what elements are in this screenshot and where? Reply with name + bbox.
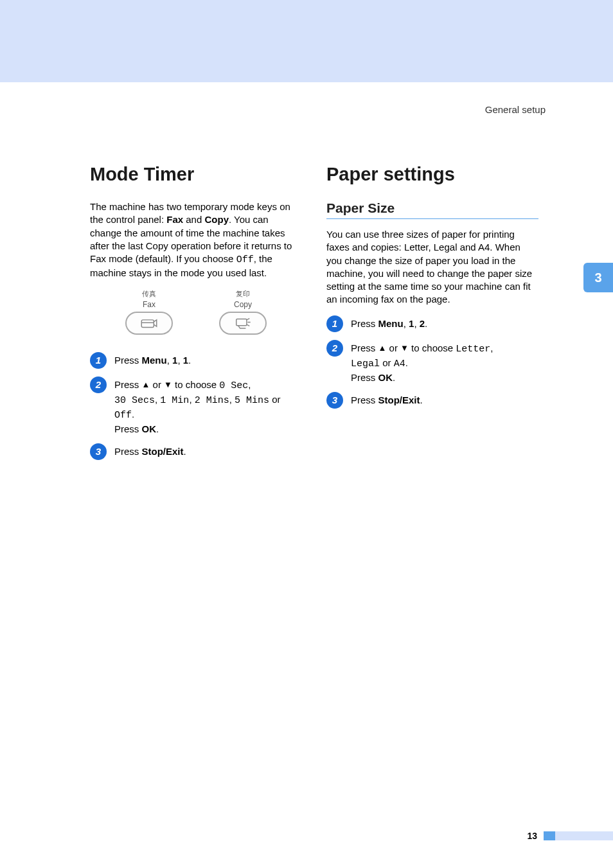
paper-size-intro: You can use three sizes of paper for pri… [326, 228, 538, 306]
mode-timer-steps: 1 Press Menu, 1, 1. 2 Press ▲ or ▼ to ch… [90, 352, 302, 460]
text: and [183, 214, 204, 225]
step-1-body: Press Menu, 1, 1. [114, 352, 302, 367]
top-blue-band [0, 0, 613, 82]
step-3: 3 Press Stop/Exit. [90, 443, 302, 460]
text: , [189, 394, 194, 405]
text: Press [351, 318, 378, 329]
text: to choose [409, 342, 456, 353]
step-1: 1 Press Menu, 1, 2. [326, 315, 538, 332]
text: or [386, 342, 400, 353]
footer-accent-light [555, 831, 613, 840]
step-1-body: Press Menu, 1, 2. [351, 315, 538, 330]
menu-bold: Menu [378, 318, 404, 329]
text: , [404, 318, 409, 329]
fax-button [125, 312, 173, 335]
step-number-1: 1 [326, 315, 343, 332]
footer: 13 [0, 831, 613, 841]
option-0sec: 0 Sec [219, 380, 248, 391]
text: Press [351, 372, 378, 383]
up-arrow-icon: ▲ [378, 342, 387, 354]
fax-key-unit: 传真 Fax [125, 289, 173, 335]
down-arrow-icon: ▼ [164, 379, 172, 391]
text: , [414, 318, 419, 329]
footer-accent-dark [544, 831, 555, 840]
text: Press [114, 423, 142, 434]
text: . [184, 446, 186, 457]
num-bold: 1 [183, 355, 188, 366]
option-letter: Letter [456, 344, 490, 355]
text: . [420, 394, 423, 405]
copy-key-unit: 复印 Copy [219, 289, 267, 335]
svg-rect-1 [236, 319, 247, 325]
copy-label-cn: 复印 [236, 289, 250, 299]
text: . [156, 423, 159, 434]
ok-bold: OK [378, 372, 393, 383]
text: , [248, 379, 251, 390]
step-2: 2 Press ▲ or ▼ to choose 0 Sec, 30 Secs,… [90, 376, 302, 436]
text: to choose [172, 379, 219, 390]
breadcrumb: General setup [0, 82, 613, 115]
step-number-3: 3 [326, 392, 343, 409]
bold-copy: Copy [204, 214, 229, 225]
option-30sec: 30 Secs [114, 395, 155, 406]
text: Press [114, 379, 142, 390]
paper-settings-heading: Paper settings [326, 164, 538, 185]
step-2: 2 Press ▲ or ▼ to choose Letter, Legal o… [326, 340, 538, 384]
keys-illustration: 传真 Fax 复印 Copy [125, 289, 267, 341]
step-2-body: Press ▲ or ▼ to choose Letter, Legal or … [351, 340, 538, 384]
text: . [393, 372, 395, 383]
left-column: Mode Timer The machine has two temporary… [90, 164, 302, 468]
paper-size-steps: 1 Press Menu, 1, 2. 2 Press ▲ or ▼ to ch… [326, 315, 538, 409]
step-1: 1 Press Menu, 1, 1. [90, 352, 302, 369]
text: . [132, 409, 134, 420]
fax-label-en: Fax [143, 300, 155, 309]
mode-timer-heading: Mode Timer [90, 164, 302, 185]
num-bold: 2 [420, 318, 425, 329]
text: . [188, 355, 191, 366]
option-5min: 5 Mins [235, 395, 269, 406]
option-a4: A4 [394, 359, 405, 369]
menu-bold: Menu [142, 355, 167, 366]
down-arrow-icon: ▼ [400, 342, 409, 354]
mono-off: Off [236, 254, 254, 265]
mode-timer-intro: The machine has two temporary mode keys … [90, 200, 302, 280]
chapter-tab: 3 [583, 263, 613, 292]
step-number-2: 2 [90, 376, 107, 393]
option-off: Off [114, 410, 132, 421]
step-number-3: 3 [90, 443, 107, 460]
copy-icon [233, 316, 253, 330]
copy-button [219, 312, 267, 335]
svg-rect-0 [141, 319, 154, 327]
option-1min: 1 Min [160, 395, 189, 406]
text: , [229, 394, 235, 405]
text: Press [114, 446, 142, 457]
text: or [150, 379, 164, 390]
stop-exit-bold: Stop/Exit [378, 394, 420, 405]
text: . [405, 357, 408, 368]
right-column: Paper settings Paper Size You can use th… [326, 164, 538, 468]
up-arrow-icon: ▲ [142, 379, 150, 391]
fax-label-cn: 传真 [142, 289, 156, 299]
stop-exit-bold: Stop/Exit [142, 446, 184, 457]
step-3-body: Press Stop/Exit. [351, 392, 538, 407]
step-number-1: 1 [90, 352, 107, 369]
paper-size-subheading: Paper Size [326, 200, 538, 219]
ok-bold: OK [142, 423, 157, 434]
text: , [177, 355, 182, 366]
text: Press [114, 355, 142, 366]
step-2-body: Press ▲ or ▼ to choose 0 Sec, 30 Secs, 1… [114, 376, 302, 436]
text: or [269, 394, 281, 405]
fax-icon [139, 316, 159, 330]
text: , [490, 342, 493, 353]
text: Press [351, 342, 378, 353]
option-2min: 2 Mins [195, 395, 229, 406]
step-number-2: 2 [326, 340, 343, 357]
bold-fax: Fax [166, 214, 183, 225]
page-number: 13 [527, 831, 537, 841]
text: Press [351, 394, 378, 405]
text: , [167, 355, 172, 366]
text: . [425, 318, 427, 329]
step-3-body: Press Stop/Exit. [114, 443, 302, 458]
option-legal: Legal [351, 359, 380, 369]
step-3: 3 Press Stop/Exit. [326, 392, 538, 409]
